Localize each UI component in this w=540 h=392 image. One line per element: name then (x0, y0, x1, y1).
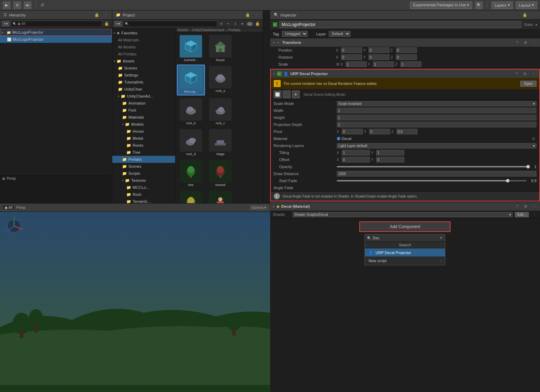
object-name-input[interactable] (279, 21, 522, 28)
proj-icon3[interactable]: ℹ (233, 21, 238, 27)
tree-animation[interactable]: 📁 Animation (112, 100, 175, 107)
file-unitych[interactable]: unitych... (206, 190, 234, 203)
tree-all-prefabs[interactable]: All Prefabs (112, 51, 175, 58)
file-stage[interactable]: Stage (206, 128, 234, 157)
tree-scenes[interactable]: 📁 Scenes (112, 65, 175, 72)
file-house[interactable]: house (206, 34, 234, 63)
layer-dropdown[interactable]: Default (329, 31, 351, 37)
pos-y-input[interactable] (368, 47, 389, 53)
tree-scenes2[interactable]: 📁 Scenes (112, 163, 175, 170)
urp-decal-header[interactable]: ▾ ✓ 👤 URP Decal Projector ? ⚙ ⋮ (271, 69, 540, 78)
gizmos-dropdown[interactable]: Gizmos ▾ (250, 205, 268, 210)
material-header[interactable]: ▸ ◆ Decal (Material) ? ⚙ ⋮ (270, 202, 540, 211)
insp-more-icon[interactable]: ⋮ (530, 12, 536, 18)
proj-icon4[interactable]: ★ (240, 21, 245, 27)
draw-distance-input[interactable] (337, 171, 537, 177)
proj-more-icon[interactable]: ⋮ (253, 12, 259, 18)
scl-y-input[interactable] (373, 61, 394, 67)
tree-assets[interactable]: ▾ 📁 Assets (112, 58, 175, 65)
decal-edit-btn-2[interactable]: ⬛ (283, 91, 291, 98)
rendering-layers-dropdown[interactable]: Light Layer default ▾ (337, 143, 537, 148)
scl-z-input[interactable] (400, 61, 421, 67)
hier-item-mcc-root[interactable]: ▸ 📁 MccLogoProjector (0, 29, 112, 36)
layers-dropdown[interactable]: Layers ▾ (492, 1, 513, 9)
proj-depth-input[interactable] (337, 122, 537, 127)
file-rockb[interactable]: rock_b (177, 97, 205, 126)
urp-more-icon[interactable]: ⋮ (530, 71, 536, 77)
scale-mode-dropdown[interactable]: Scale Invariant ▾ (337, 101, 537, 106)
play-button[interactable]: ▶ (3, 1, 11, 9)
file-rockc[interactable]: rock_c (206, 97, 234, 126)
layout-dropdown[interactable]: Layout ▾ (516, 1, 537, 9)
hier-more-icon[interactable]: ⋮ (102, 12, 108, 18)
tree-all-materials[interactable]: All Materials (112, 36, 175, 44)
tree-unitychanadv[interactable]: ▾ 📁 UnityChanAd... (112, 93, 175, 100)
offset-y-input[interactable] (376, 157, 404, 162)
tilling-x-input[interactable] (342, 150, 370, 155)
search-input[interactable] (373, 236, 438, 240)
hier-item-mcc-child[interactable]: ⬜ MccLogoProjector (0, 36, 112, 43)
transform-help-icon[interactable]: ? (514, 39, 520, 46)
decal-edit-btn-1[interactable]: ⬜ (274, 91, 281, 98)
search-result-urp[interactable]: 👤 URP Decal Projector (365, 248, 445, 257)
tree-terraing[interactable]: 📁 TerrainG... (112, 198, 175, 203)
file-rocka[interactable]: rock_a (206, 65, 234, 95)
static-arrow[interactable]: ▾ (535, 23, 537, 27)
tree-mcclo[interactable]: 📁 MCCLo... (112, 184, 175, 191)
step-button[interactable]: ⏭ (24, 1, 32, 9)
edit-button[interactable]: Edit... (515, 212, 529, 217)
width-input[interactable] (337, 108, 537, 113)
packages-dropdown[interactable]: Experimental Packages In Use ▾ (410, 1, 472, 9)
proj-icon1[interactable]: ⚙ (219, 21, 224, 27)
shader-more-icon[interactable]: ⋮ (531, 211, 537, 218)
tree-textures[interactable]: ▾ 📁 Textures (112, 177, 175, 184)
hier-lock-icon[interactable]: 🔒 (94, 12, 100, 18)
mat-settings-icon[interactable]: ⚙ (522, 203, 529, 210)
transform-header[interactable]: ▾ ↔ Transform ? ⚙ ⋮ (270, 38, 540, 47)
pos-x-input[interactable] (341, 47, 362, 53)
pos-z-input[interactable] (396, 47, 417, 53)
rot-z-input[interactable] (396, 54, 417, 60)
tree-house[interactable]: 📁 House (112, 128, 175, 135)
height-input[interactable] (337, 115, 537, 120)
mat-help-icon[interactable]: ? (514, 203, 520, 210)
tree-scripts[interactable]: 📁 Scripts (112, 170, 175, 177)
tree-tutorialinfo[interactable]: 📁 TutorialInfo (112, 79, 175, 86)
insp-lock-icon[interactable]: 🔒 (522, 12, 528, 18)
opacity-slider[interactable] (337, 166, 528, 167)
pivot-z-input[interactable] (396, 129, 418, 134)
proj-add-button[interactable]: +▾ (114, 21, 122, 26)
pivot-y-input[interactable] (369, 129, 390, 134)
shader-dropdown[interactable]: Shader Graphs/Decal ▾ (293, 212, 513, 217)
offset-x-input[interactable] (342, 157, 370, 162)
tree-settings[interactable]: 📁 Settings (112, 72, 175, 79)
open-button[interactable]: Open (520, 81, 536, 87)
tree-models[interactable]: ▾ 📁 Models (112, 121, 175, 128)
file-treered[interactable]: treered (206, 159, 234, 188)
pivot-x-input[interactable] (342, 129, 363, 134)
pause-button[interactable]: ⏸ (13, 1, 21, 9)
transform-settings-icon[interactable]: ⚙ (522, 39, 529, 46)
hier-add-button[interactable]: +▾ (2, 21, 9, 26)
rot-x-input[interactable] (341, 54, 362, 60)
rot-y-input[interactable] (368, 54, 389, 60)
urp-help-icon[interactable]: ? (513, 71, 520, 77)
search-result-newscript[interactable]: New script › (365, 257, 445, 265)
tree-unitychan[interactable]: 📁 UnityChan (112, 86, 175, 93)
file-gamem[interactable]: GameM... (177, 34, 205, 63)
transform-more-icon[interactable]: ⋮ (531, 39, 537, 46)
tree-medal[interactable]: 📁 Medal (112, 135, 175, 142)
add-component-button[interactable]: Add Component (359, 221, 451, 232)
tree-tree[interactable]: 📁 Tree (112, 149, 175, 156)
urp-settings-icon[interactable]: ⚙ (522, 71, 528, 77)
tree-prefabs[interactable]: 📁 Prefabs (112, 156, 175, 163)
tree-favorites[interactable]: ▾ ★ Favorites (112, 29, 175, 36)
object-enabled-checkbox[interactable]: ✓ (273, 22, 277, 27)
scene-mode-label[interactable]: ◉ All (2, 205, 15, 210)
decal-edit-btn-3[interactable]: ✛ (292, 91, 300, 98)
tree-rock[interactable]: 📁 Rock (112, 191, 175, 198)
file-tree[interactable]: tree (177, 159, 205, 188)
material-select-icon[interactable]: ⊙ (530, 135, 536, 142)
urp-enabled-checkbox[interactable]: ✓ (277, 72, 281, 76)
opacity-thumb[interactable] (526, 165, 530, 168)
